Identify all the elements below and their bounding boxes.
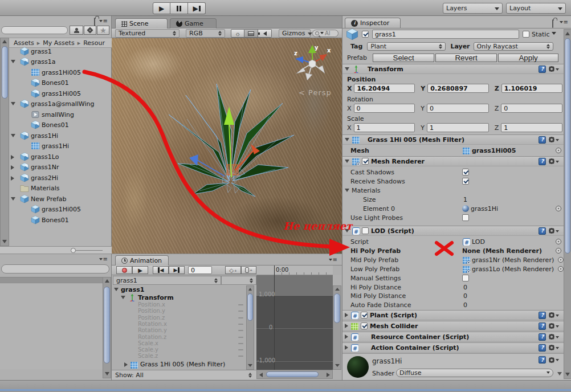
foldout-closed-icon[interactable]: [345, 313, 348, 317]
object-picker-icon[interactable]: [556, 148, 561, 153]
layout-dropdown[interactable]: Layout: [506, 3, 566, 14]
tab-scene[interactable]: Scene: [115, 18, 168, 28]
play-button[interactable]: ▶: [153, 2, 170, 14]
anim-transform-row[interactable]: Transform: [121, 293, 174, 301]
hi-poly-object-field[interactable]: None (Mesh Renderer): [462, 247, 542, 255]
preview-expand-icon[interactable]: [557, 372, 562, 375]
anim-meshfilter-row[interactable]: Grass 1Hi 005 (Mesh Filter): [124, 360, 225, 369]
component-enabled-checkbox[interactable]: [362, 227, 369, 234]
scroll-down-icon[interactable]: [565, 373, 570, 376]
mesh-collider-header[interactable]: Mesh Collider ?: [342, 321, 564, 331]
mesh-filter-header[interactable]: Grass 1Hi 005 (Mesh Filter) ?: [342, 134, 564, 145]
tab-game[interactable]: Game: [170, 18, 217, 28]
scene-viewport[interactable]: y x z < Persp: [112, 38, 342, 254]
foldout-open-icon[interactable]: [11, 102, 15, 105]
foldout-closed-icon[interactable]: [345, 345, 348, 350]
foldout-closed-icon[interactable]: [11, 176, 14, 181]
scroll-up-icon[interactable]: [2, 40, 7, 43]
anim-play-button[interactable]: ▶: [132, 266, 148, 274]
mesh-object-field[interactable]: grass1Hi005: [462, 146, 516, 154]
receive-shadows-checkbox[interactable]: [462, 178, 469, 185]
lod-script-header[interactable]: LOD (Script) ?: [342, 226, 564, 236]
action-container-header[interactable]: Action Container (Script) ?: [342, 342, 564, 353]
name-field[interactable]: grass1: [372, 30, 519, 39]
static-dropdown-icon[interactable]: [552, 32, 556, 37]
anim-prop-row[interactable]: Scale.y: [112, 346, 246, 353]
static-checkbox[interactable]: [523, 31, 529, 38]
gear-icon[interactable]: [548, 345, 559, 351]
gear-icon[interactable]: [548, 357, 559, 363]
tree-item-new-prefab[interactable]: New Prefab: [9, 194, 111, 204]
layer-dropdown[interactable]: Only Raycast: [474, 42, 553, 51]
foldout-open-icon[interactable]: [345, 160, 349, 163]
gear-icon[interactable]: [548, 137, 559, 143]
gear-icon[interactable]: [548, 334, 559, 340]
shader-dropdown[interactable]: Diffuse: [396, 369, 553, 377]
foldout-closed-icon[interactable]: [11, 165, 14, 170]
first-key-button[interactable]: ◀: [153, 266, 169, 274]
position-x-field[interactable]: 16.20494: [354, 84, 415, 93]
anim-h-scrollbar[interactable]: [256, 370, 333, 379]
tree-item-grass1hi005[interactable]: grass1Hi005: [9, 88, 111, 99]
gear-icon[interactable]: [548, 158, 559, 165]
panel-search-input[interactable]: [1, 264, 109, 273]
tree-item-grass1a-smallwing[interactable]: grass1a@smallWing: [9, 99, 111, 109]
timeline-ruler[interactable]: 0:00: [256, 266, 333, 275]
tree-item-materials[interactable]: Materials: [9, 183, 111, 193]
tag-dropdown[interactable]: Plant: [367, 42, 446, 51]
component-enabled-checkbox[interactable]: [362, 158, 369, 165]
scrollbar-thumb[interactable]: [565, 38, 570, 254]
tree-item-grass1[interactable]: grass1: [9, 46, 111, 56]
tree-item-grass1hi-mesh[interactable]: grass1Hi: [9, 141, 111, 151]
scrollbar-thumb[interactable]: [247, 293, 253, 321]
pause-button[interactable]: [170, 2, 188, 14]
step-button[interactable]: ▶: [188, 2, 206, 14]
scroll-up-icon[interactable]: [565, 32, 570, 35]
gear-icon[interactable]: [548, 312, 559, 318]
help-icon[interactable]: ?: [539, 356, 546, 364]
foldout-open-icon[interactable]: [11, 134, 15, 137]
panel-menu-icon[interactable]: ≡: [99, 18, 108, 24]
object-picker-icon[interactable]: [556, 206, 561, 211]
materials-foldout[interactable]: Materials: [342, 186, 564, 195]
material-preview-ball[interactable]: [347, 356, 369, 378]
anim-right-scrollbar[interactable]: [333, 285, 341, 370]
prefab-revert-button[interactable]: Revert: [435, 54, 497, 62]
cast-shadows-checkbox[interactable]: [462, 169, 469, 175]
scene-axis-gizmo[interactable]: y x z: [289, 42, 335, 85]
low-poly-object-field[interactable]: grass1Lo (Mesh Renderer): [462, 265, 554, 273]
panel-menu-icon[interactable]: ≡: [560, 19, 568, 25]
anim-tree-scrollbar[interactable]: [246, 285, 254, 370]
anim-prop-row[interactable]: Position.x: [112, 301, 246, 308]
foldout-open-icon[interactable]: [114, 288, 119, 291]
draw-mode-dropdown[interactable]: Textured: [115, 29, 180, 38]
scroll-down-icon[interactable]: [105, 372, 109, 375]
filter-by-type-button[interactable]: [70, 26, 83, 35]
foldout-closed-icon[interactable]: [345, 334, 348, 339]
scale-z-field[interactable]: 1: [501, 123, 562, 132]
anim-prop-row[interactable]: Scale.x: [112, 340, 246, 346]
layers-dropdown[interactable]: Layers: [443, 3, 503, 14]
foldout-open-icon[interactable]: [11, 60, 15, 63]
rotation-y-field[interactable]: 0: [427, 104, 489, 113]
transform-header[interactable]: Transform ?: [342, 64, 564, 74]
anim-prop-row[interactable]: Rotation.x: [112, 321, 246, 327]
show-filter-row[interactable]: Show: All: [112, 370, 256, 379]
help-icon[interactable]: ?: [539, 158, 546, 165]
tab-inspector[interactable]: iInspector: [345, 18, 401, 28]
prefab-select-button[interactable]: Select: [373, 54, 434, 62]
light-probes-checkbox[interactable]: [462, 214, 469, 221]
position-y-field[interactable]: 0.2680897: [427, 84, 488, 93]
plant-script-header[interactable]: Plant (Script) ?: [342, 310, 564, 320]
add-keyframe-button[interactable]: ◇+: [225, 266, 241, 274]
tree-item-grass1hi[interactable]: grass1Hi: [9, 130, 111, 141]
help-icon[interactable]: ?: [539, 136, 546, 144]
scene-skybox-toggle[interactable]: [244, 29, 258, 38]
frame-field[interactable]: 0: [188, 266, 212, 274]
material-object-field[interactable]: grass1Hi: [462, 205, 498, 213]
anim-root-row[interactable]: grass1: [114, 285, 144, 293]
breadcrumb-resources[interactable]: Resour: [83, 39, 105, 47]
curve-area[interactable]: 1,000 0 -1,000: [256, 275, 333, 370]
rotation-x-field[interactable]: 0: [354, 104, 415, 113]
slider-knob[interactable]: [71, 248, 76, 253]
